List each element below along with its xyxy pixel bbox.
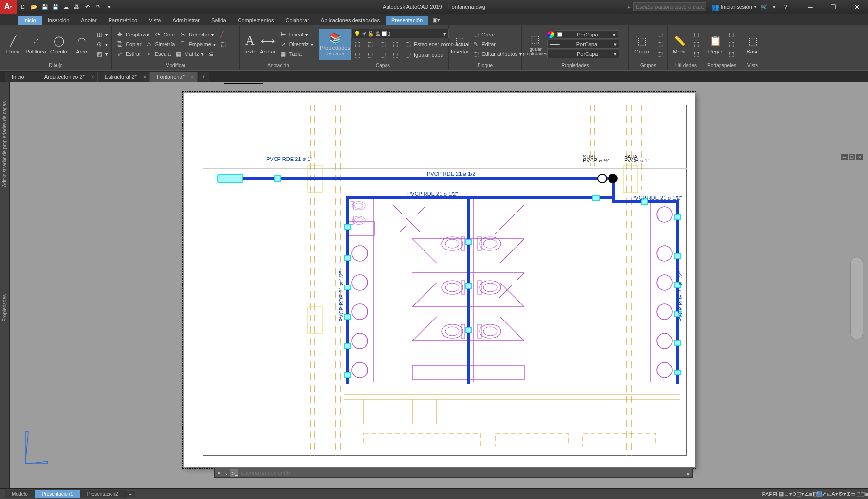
grupo-button[interactable]: ⬚Grupo — [631, 29, 653, 60]
close-button[interactable]: ✕ — [846, 0, 868, 14]
explode-icon[interactable]: ⬚ — [218, 39, 229, 49]
lineweight-selector[interactable]: ━━━PorCapa▾ — [547, 40, 619, 49]
minimize-button[interactable]: ─ — [799, 0, 821, 14]
qat-cloud-icon[interactable]: ☁ — [61, 2, 71, 12]
status-custom-icon[interactable]: ≡ — [865, 491, 868, 497]
group-dibujo-label[interactable]: Dibujo — [2, 62, 110, 69]
matriz-button[interactable]: ▦Matriz▾ — [173, 49, 205, 59]
close-tab-icon[interactable]: ✕ — [143, 74, 147, 80]
group-grupos-label[interactable]: Grupos — [631, 62, 665, 69]
status-scale-icon[interactable]: A▾ — [831, 491, 838, 497]
layout-tab-presentacion2[interactable]: Presentación2 — [80, 490, 126, 498]
polilinea-button[interactable]: ⟋Polilínea — [25, 29, 47, 60]
status-annoscale-icon[interactable]: ⤢ — [822, 491, 826, 497]
close-tab-icon[interactable]: ✕ — [91, 74, 94, 80]
status-hw-icon[interactable]: ▭ — [850, 491, 855, 497]
tab-administrar[interactable]: Administrar — [166, 16, 205, 25]
layer-tool3[interactable]: ⬚ — [377, 39, 388, 49]
directriz-button[interactable]: ↗Directriz▾ — [277, 39, 315, 49]
qat-saveas-icon[interactable]: 💾 — [51, 2, 60, 12]
tab-inicio[interactable]: Inicio — [18, 16, 42, 25]
layer-tool4[interactable]: ⬚ — [389, 39, 401, 49]
tab-vista[interactable]: Vista — [143, 16, 166, 25]
qat-save-icon[interactable]: 💾 — [40, 2, 49, 12]
command-input[interactable] — [238, 470, 683, 476]
tab-insercion[interactable]: Inserción — [42, 16, 75, 25]
search-input[interactable] — [633, 2, 706, 11]
draw-extra1[interactable]: ◫▾ — [93, 30, 110, 39]
base-button[interactable]: ⬚Base — [741, 29, 764, 60]
group-modificar-label[interactable]: Modificar — [114, 62, 237, 69]
add-layout-button[interactable]: + — [126, 491, 135, 497]
tab-salida[interactable]: Salida — [205, 16, 232, 25]
layer-selector[interactable]: 💡☀🔓🖶0▾ — [351, 29, 449, 38]
exchange-icon[interactable]: 🛒 — [761, 4, 772, 10]
medir-button[interactable]: 📏Medir — [670, 29, 689, 60]
status-otrack-icon[interactable]: ∠ — [804, 491, 809, 497]
qat-new-icon[interactable]: 🗋 — [18, 2, 28, 12]
tab-anotar[interactable]: Anotar — [75, 16, 102, 25]
girar-button[interactable]: ⟳Girar — [152, 30, 177, 39]
tabla-button[interactable]: ▦Tabla — [277, 49, 315, 59]
qat-plot-icon[interactable]: 🖶 — [72, 2, 81, 12]
tab-aplicaciones[interactable]: Aplicaciones destacadas — [315, 16, 386, 25]
layout-tab-presentacion1[interactable]: Presentación1 — [35, 490, 80, 498]
qat-more-icon[interactable]: ▾ — [104, 2, 113, 12]
escala-button[interactable]: ▫Escala — [143, 49, 173, 59]
draw-extra2[interactable]: ⊙▾ — [93, 39, 110, 49]
app-logo[interactable]: A▾ — [0, 0, 17, 14]
editar-bloque-button[interactable]: ✎Editar — [470, 39, 524, 49]
maximize-button[interactable]: ☐ — [822, 0, 845, 14]
desplazar-button[interactable]: ✥Desplazar — [114, 30, 152, 39]
util-extra3[interactable]: ⬚ — [690, 49, 702, 59]
group-utilidades-label[interactable]: Utilidades — [670, 62, 702, 69]
status-grid-icon[interactable]: ▦ — [779, 491, 784, 497]
tab-expand-icon[interactable]: ▣▾ — [428, 15, 444, 25]
layer-manager-panel-tab[interactable]: Administrador de propiedades de capas — [2, 101, 7, 187]
navigation-bar[interactable] — [850, 257, 863, 339]
status-clean-icon[interactable]: ▢ — [860, 491, 865, 497]
clip-extra3[interactable]: ⬚ — [725, 49, 737, 59]
linea-button[interactable]: ╱Línea — [2, 29, 24, 60]
acotar-button[interactable]: ⟷Acotar — [259, 29, 277, 60]
status-polar-icon[interactable]: ⊕ — [792, 491, 796, 497]
layer-tool8[interactable]: ⬚ — [389, 50, 401, 60]
cmd-close-icon[interactable]: ✕ — [215, 469, 222, 477]
a360-icon[interactable]: ▾ — [773, 4, 783, 10]
igualar-propiedades-button[interactable]: ⬚Igualar propiedades — [524, 29, 546, 60]
cmd-recent-icon[interactable]: ⌄ — [222, 469, 230, 477]
erase-icon[interactable]: ╱ — [216, 30, 227, 39]
recortar-button[interactable]: ✂Recortar▾ — [177, 30, 216, 39]
qat-open-icon[interactable]: 📂 — [29, 2, 38, 12]
layout-tab-modelo[interactable]: Modelo — [5, 490, 35, 498]
group-bloque-label[interactable]: Bloque — [451, 62, 519, 69]
status-ortho-icon[interactable]: ∟▾ — [784, 491, 792, 497]
qat-undo-icon[interactable]: ↶ — [83, 2, 92, 12]
lineal-button[interactable]: ⊢Lineal▾ — [277, 30, 315, 39]
doctab-estructural[interactable]: Estructural 2*✕ — [98, 72, 150, 82]
layer-tool1[interactable]: ⬚ — [351, 39, 363, 49]
grp-extra2[interactable]: ⬚ — [654, 39, 665, 49]
pegar-button[interactable]: 📋Pegar — [706, 29, 724, 60]
tab-colaborar[interactable]: Colaborar — [280, 16, 315, 25]
signin-button[interactable]: 👥Iniciar sesión▾ — [707, 0, 760, 14]
help-icon[interactable]: ? — [784, 4, 798, 10]
draw-extra3[interactable]: ▨▾ — [93, 49, 110, 59]
doctab-inicio[interactable]: Inicio — [5, 72, 37, 82]
group-capas-label[interactable]: Capas — [319, 62, 446, 69]
igualar-capa-button[interactable]: ⬚Igualar capa — [402, 50, 445, 60]
group-anotacion-label[interactable]: Anotación — [241, 62, 315, 69]
crear-button[interactable]: ⬚Crear — [470, 30, 524, 39]
texto-button[interactable]: ATexto — [241, 29, 259, 60]
layer-tool7[interactable]: ⬚ — [377, 50, 388, 60]
add-doctab-button[interactable]: + — [199, 72, 209, 82]
layer-tool2[interactable]: ⬚ — [364, 39, 376, 49]
group-propiedades-label[interactable]: Propiedades — [524, 62, 627, 69]
insertar-button[interactable]: ⬚Insertar — [451, 29, 469, 60]
offset-icon[interactable]: ⊆ — [205, 49, 217, 59]
clip-extra1[interactable]: ⬚ — [725, 30, 737, 39]
close-tab-icon[interactable]: ✕ — [190, 74, 194, 80]
color-selector[interactable]: PorCapa▾ — [555, 30, 618, 39]
empalme-button[interactable]: ⌒Empalme▾ — [177, 39, 217, 49]
clip-extra2[interactable]: ⬚ — [725, 39, 737, 49]
